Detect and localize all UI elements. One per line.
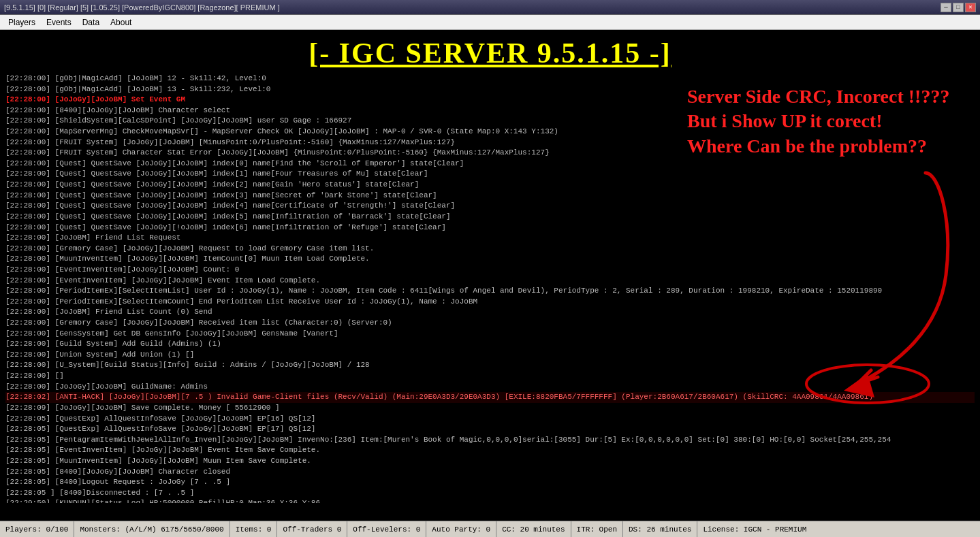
log-line: [22:28:05] [QuestExp] AllQuestInfoSave […	[5, 424, 975, 435]
log-line: [22:28:00] [gObj|MagicAdd] [JoJoBM] 12 -…	[5, 74, 975, 84]
status-items: Items: 0	[230, 521, 278, 537]
log-line: [22:28:00] [Quest] QuestSave [JoJoGy][Jo…	[5, 159, 975, 169]
log-line: [22:28:00] [JoJoBM] Friend List Request	[5, 233, 975, 244]
title-bar-controls: — □ ✕	[941, 3, 976, 12]
maximize-button[interactable]: □	[953, 3, 964, 12]
log-line: [22:28:00] []	[5, 371, 975, 382]
status-off-traders: Off-Traders 0	[277, 521, 347, 537]
log-line: [22:28:00] [GensSystem] Get DB GensInfo …	[5, 329, 975, 340]
log-line: [22:28:00] [Union System] Add Union (1) …	[5, 350, 975, 361]
status-auto-party: Auto Party: 0	[426, 521, 496, 537]
log-line: [22:28:00] [FRUIT System] Character Stat…	[5, 148, 975, 159]
log-line: [22:28:00] [Quest] QuestSave [JoJoGy][Jo…	[5, 191, 975, 201]
log-line: [22:28:00] [Quest] QuestSave [JoJoGy][Jo…	[5, 169, 975, 180]
log-line: [22:28:00] [EventInvenItem] [JoJoGy][JoJ…	[5, 276, 975, 287]
menu-bar: Players Events Data About	[0, 15, 980, 30]
log-line: [22:28:05 ] [8400]Disconnected : [7 . .5…	[5, 488, 975, 499]
log-line: [22:28:00] [gObj|MagicAdd] [JoJoBM] 13 -…	[5, 84, 975, 95]
log-line: [22:28:00] [JoJoBM] Friend List Count (0…	[5, 307, 975, 318]
log-line: [22:28:00] [MuunInvenItem] [JoJoGy][JoJo…	[5, 254, 975, 265]
status-itr: ITR: Open	[571, 521, 623, 537]
log-line: [22:28:00] [Quest] QuestSave [JoJoGy][Jo…	[5, 180, 975, 191]
log-line: [22:28:00] [8400][JoJoGy][JoJoBM] Charac…	[5, 105, 975, 116]
log-line: [22:28:00] [FRUIT System] [JoJoGy][JoJoB…	[5, 137, 975, 148]
menu-players[interactable]: Players	[3, 16, 41, 29]
log-line: [22:28:05] [QuestExp] AllQuestInfoSave […	[5, 414, 975, 425]
log-line: [22:28:05] [PentagramItemWithJewelAllInf…	[5, 435, 975, 446]
status-cc: CC: 20 minutes	[496, 521, 571, 537]
close-button[interactable]: ✕	[965, 3, 976, 12]
log-line: [22:28:00] [U_System][Guild Status][Info…	[5, 360, 975, 371]
log-line: [22:28:02] [ANTI-HACK] [JoJoGy][JoJoBM][…	[5, 392, 975, 403]
status-monsters: Monsters: (A/L/M) 6175/5650/8000	[74, 521, 230, 537]
log-line: [22:28:00] [JoJoGy][JoJoBM] Set Event GM	[5, 95, 975, 105]
minimize-button[interactable]: —	[941, 3, 951, 12]
log-line: [22:28:00] [Quest] QuestSave [JoJoGy][!o…	[5, 223, 975, 233]
main-content: [- IGC SERVER 9.5.1.15 -] [22:28:00] [gO…	[0, 30, 980, 521]
status-players: Players: 0/100	[0, 521, 74, 537]
log-line: [22:28:05] [8400][JoJoGy][JoJoBM] Charac…	[5, 467, 975, 478]
menu-about[interactable]: About	[105, 16, 137, 29]
status-bar: Players: 0/100 Monsters: (A/L/M) 6175/56…	[0, 521, 980, 537]
log-line: [22:28:00] [Gremory Case] [JoJoGy][JoJoB…	[5, 244, 975, 255]
status-license: License: IGCN - PREMIUM	[697, 521, 980, 537]
log-line: [22:28:00] [ShieldSystem][CalcSDPoint] […	[5, 116, 975, 127]
log-line: [22:28:00] [EventInvenItem][JoJoGy][JoJo…	[5, 265, 975, 276]
server-title: [- IGC SERVER 9.5.1.15 -]	[0, 30, 980, 74]
log-line: [22:28:05] [MuunInvenItem] [JoJoGy][JoJo…	[5, 456, 975, 467]
title-bar-text: [9.5.1.15] [0] [Regular] [5] [1.05.25] […	[4, 3, 280, 12]
menu-events[interactable]: Events	[41, 16, 77, 29]
log-area[interactable]: [22:28:00] [gObj|MagicAdd] [JoJoBM] 12 -…	[0, 74, 980, 503]
log-line: [22:28:09] [JoJoGy][JoJoBM] Save Complet…	[5, 403, 975, 414]
log-line: [22:29:50] [KUNDUN][Status Log] HP:50000…	[5, 498, 975, 503]
log-line: [22:28:05] [8400]Logout Request : JoJoGy…	[5, 477, 975, 488]
log-line: [22:28:00] [PeriodItemEx][SelectItemList…	[5, 286, 975, 297]
status-ds: DS: 26 minutes	[623, 521, 697, 537]
menu-data[interactable]: Data	[77, 16, 105, 29]
log-line: [22:28:00] [Quest] QuestSave [JoJoGy][Jo…	[5, 201, 975, 212]
log-line: [22:28:00] [Guild System] Add Guild (Adm…	[5, 339, 975, 350]
title-bar: [9.5.1.15] [0] [Regular] [5] [1.05.25] […	[0, 0, 980, 15]
log-line: [22:28:00] [Quest] QuestSave [JoJoGy][Jo…	[5, 212, 975, 223]
status-off-levelers: Off-Levelers: 0	[347, 521, 426, 537]
log-line: [22:28:05] [EventInvenItem] [JoJoGy][JoJ…	[5, 445, 975, 456]
log-line: [22:28:00] [MapServerMng] CheckMoveMapSv…	[5, 127, 975, 137]
log-line: [22:28:00] [PeriodItemEx][SelectItemCoun…	[5, 297, 975, 308]
log-line: [22:28:00] [JoJoGy][JoJoBM] GuildName: A…	[5, 382, 975, 393]
log-line: [22:28:00] [Gremory Case] [JoJoGy][JoJoB…	[5, 318, 975, 329]
